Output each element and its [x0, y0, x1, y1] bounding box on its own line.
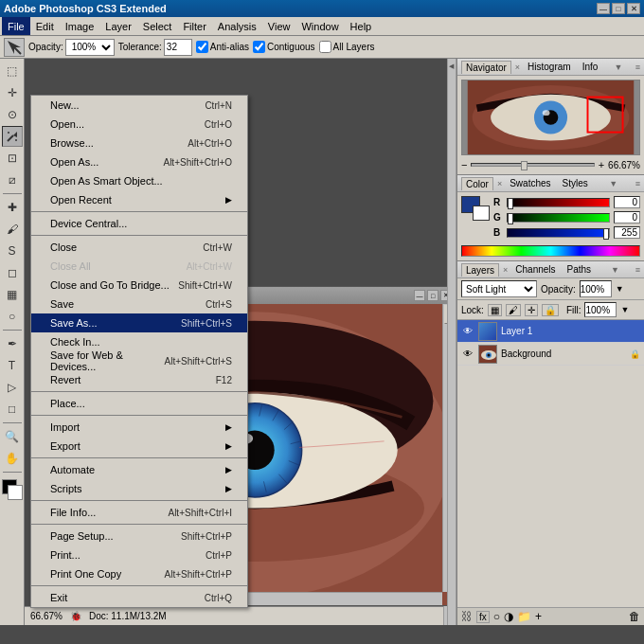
- doc-minimize[interactable]: —: [414, 290, 425, 301]
- menu-open-smart[interactable]: Open As Smart Object...: [31, 171, 247, 190]
- brush-tool[interactable]: 🖌: [2, 219, 23, 240]
- rectangular-marquee-tool[interactable]: ⬚: [2, 61, 23, 81]
- r-slider-thumb[interactable]: [508, 198, 513, 209]
- menu-export[interactable]: Export ▶: [31, 437, 247, 456]
- menu-import[interactable]: Import ▶: [31, 418, 247, 437]
- doc-title-buttons[interactable]: — □ ✕: [414, 290, 452, 301]
- delete-layer-btn[interactable]: 🗑: [629, 610, 640, 623]
- tab-swatches[interactable]: Swatches: [506, 177, 554, 189]
- tolerance-input[interactable]: [164, 39, 192, 56]
- menu-print[interactable]: Print... Ctrl+P: [31, 546, 247, 564]
- menu-revert[interactable]: Revert F12: [31, 370, 247, 389]
- link-layers-btn[interactable]: ⛓: [461, 610, 473, 623]
- tab-navigator[interactable]: Navigator: [461, 61, 511, 74]
- panel-menu-btn[interactable]: ≡: [635, 63, 640, 72]
- menu-file[interactable]: File: [2, 17, 30, 35]
- layer-row-background[interactable]: 👁 Background 🔒: [457, 343, 644, 366]
- b-slider-thumb[interactable]: [603, 228, 609, 240]
- layer1-visibility[interactable]: 👁: [461, 325, 474, 338]
- title-bar-buttons[interactable]: — □ ✕: [597, 3, 640, 14]
- menu-close[interactable]: Close Ctrl+W: [31, 238, 247, 257]
- lasso-tool[interactable]: ⊙: [2, 104, 23, 125]
- fill-arrow[interactable]: ▼: [620, 305, 629, 314]
- tab-paths[interactable]: Paths: [564, 263, 596, 276]
- background-color[interactable]: [8, 485, 23, 500]
- menu-filter[interactable]: Filter: [177, 17, 211, 35]
- b-value[interactable]: 255: [614, 226, 640, 239]
- r-slider[interactable]: [507, 198, 610, 207]
- doc-maximize[interactable]: □: [427, 290, 438, 301]
- anti-alias-label[interactable]: Anti-alias: [196, 41, 249, 53]
- menu-check-in[interactable]: Check In...: [31, 332, 247, 351]
- dodge-tool[interactable]: ○: [2, 306, 23, 327]
- menu-open-as[interactable]: Open As... Alt+Shift+Ctrl+O: [31, 152, 247, 171]
- opacity-select[interactable]: 100%: [65, 39, 115, 56]
- lock-image[interactable]: 🖌: [506, 304, 521, 316]
- menu-window[interactable]: Window: [295, 17, 344, 35]
- zoom-tool[interactable]: 🔍: [2, 426, 23, 447]
- panel-collapse-btn[interactable]: ▼: [615, 63, 623, 72]
- lock-transparent[interactable]: ▦: [488, 304, 502, 316]
- menu-scripts[interactable]: Scripts ▶: [31, 479, 247, 498]
- menu-save[interactable]: Save Ctrl+S: [31, 295, 247, 313]
- menu-place[interactable]: Place...: [31, 394, 247, 413]
- hand-tool[interactable]: ✋: [2, 448, 23, 469]
- crop-tool[interactable]: ⊡: [2, 148, 23, 169]
- b-slider[interactable]: [507, 228, 610, 238]
- add-mask-btn[interactable]: ○: [493, 610, 500, 623]
- menu-print-one[interactable]: Print One Copy Alt+Shift+Ctrl+P: [31, 564, 247, 583]
- blend-mode-select[interactable]: Soft Light: [461, 280, 537, 297]
- gradient-tool[interactable]: ▦: [2, 284, 23, 305]
- healing-brush-tool[interactable]: ✚: [2, 197, 23, 218]
- adjustment-layer-btn[interactable]: ◑: [504, 610, 513, 623]
- menu-new[interactable]: New... Ctrl+N: [31, 96, 247, 115]
- path-selection-tool[interactable]: ▷: [2, 377, 23, 398]
- minimize-button[interactable]: —: [597, 3, 610, 14]
- clone-stamp-tool[interactable]: S: [2, 241, 23, 261]
- tab-styles[interactable]: Styles: [559, 177, 592, 189]
- background-color-swatch[interactable]: [473, 206, 490, 221]
- lock-position[interactable]: ✛: [525, 304, 538, 316]
- menu-close-all[interactable]: Close All Alt+Ctrl+W: [31, 257, 247, 276]
- opacity-arrow[interactable]: ▼: [616, 284, 624, 294]
- menu-open[interactable]: Open... Ctrl+O: [31, 115, 247, 134]
- color-panel-menu[interactable]: ≡: [635, 179, 640, 188]
- menu-save-as[interactable]: Save As... Shift+Ctrl+S: [31, 313, 247, 332]
- all-layers-label[interactable]: All Layers: [319, 41, 375, 53]
- menu-layer[interactable]: Layer: [99, 17, 137, 35]
- tab-histogram[interactable]: Histogram: [524, 61, 575, 73]
- opacity-input[interactable]: [580, 280, 612, 297]
- fill-input[interactable]: [584, 302, 617, 317]
- menu-edit[interactable]: Edit: [30, 17, 60, 35]
- maximize-button[interactable]: □: [612, 3, 625, 14]
- contiguous-checkbox[interactable]: [253, 41, 265, 53]
- layers-panel-collapse[interactable]: ▼: [611, 265, 619, 275]
- all-layers-checkbox[interactable]: [319, 41, 331, 53]
- menu-image[interactable]: Image: [60, 17, 100, 35]
- tab-info[interactable]: Info: [579, 61, 602, 73]
- new-group-btn[interactable]: 📁: [517, 610, 531, 623]
- collapse-arrow[interactable]: ◀: [448, 63, 456, 70]
- contiguous-label[interactable]: Contiguous: [253, 41, 315, 53]
- magic-wand-tool[interactable]: [2, 126, 23, 147]
- anti-alias-checkbox[interactable]: [196, 41, 208, 53]
- type-tool[interactable]: T: [2, 355, 23, 376]
- move-tool[interactable]: ✛: [2, 82, 23, 103]
- zoom-plus[interactable]: +: [599, 159, 604, 170]
- layer-row-layer1[interactable]: 👁 Layer 1: [457, 320, 644, 343]
- menu-view[interactable]: View: [262, 17, 296, 35]
- zoom-slider-thumb[interactable]: [521, 161, 528, 170]
- menu-help[interactable]: Help: [345, 17, 378, 35]
- layer-style-btn[interactable]: fx: [476, 611, 490, 623]
- slice-tool[interactable]: ⧄: [2, 170, 23, 190]
- menu-select[interactable]: Select: [137, 17, 178, 35]
- menu-save-web[interactable]: Save for Web & Devices... Alt+Shift+Ctrl…: [31, 351, 247, 370]
- tab-color[interactable]: Color: [461, 177, 493, 190]
- menu-exit[interactable]: Exit Ctrl+Q: [31, 588, 247, 607]
- color-panel-collapse[interactable]: ▼: [609, 179, 617, 188]
- menu-close-bridge[interactable]: Close and Go To Bridge... Shift+Ctrl+W: [31, 276, 247, 295]
- menu-device-central[interactable]: Device Central...: [31, 214, 247, 233]
- close-button[interactable]: ✕: [627, 3, 640, 14]
- menu-browse[interactable]: Browse... Alt+Ctrl+O: [31, 134, 247, 152]
- menu-open-recent[interactable]: Open Recent ▶: [31, 190, 247, 209]
